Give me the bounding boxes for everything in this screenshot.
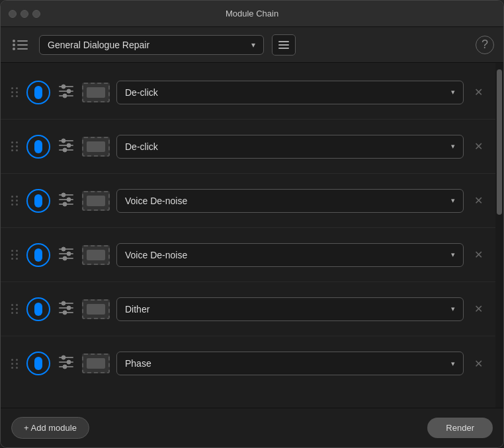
drag-handle[interactable]	[10, 357, 20, 370]
power-button[interactable]	[26, 352, 50, 375]
power-button[interactable]	[26, 135, 50, 159]
waveform-button[interactable]	[82, 299, 110, 319]
svg-point-3	[13, 40, 15, 42]
window-title: Module Chain	[226, 9, 278, 19]
sliders-icon[interactable]	[57, 191, 75, 211]
module-arrow-icon: ▾	[451, 88, 455, 96]
drag-handle[interactable]	[10, 140, 20, 153]
remove-module-button[interactable]: ✕	[470, 247, 486, 263]
sliders-icon[interactable]	[57, 137, 75, 157]
traffic-lights	[9, 10, 40, 18]
render-button[interactable]: Render	[427, 418, 493, 438]
module-arrow-icon: ▾	[451, 142, 455, 151]
power-button[interactable]	[26, 297, 50, 321]
module-name: Dither	[125, 304, 446, 315]
svg-point-7	[62, 85, 65, 89]
minimize-traffic-light[interactable]	[21, 10, 28, 18]
help-button[interactable]: ?	[476, 36, 494, 54]
module-row: De-click ▾ ✕	[1, 120, 495, 174]
close-traffic-light[interactable]	[9, 10, 17, 18]
waveform-inner	[87, 141, 105, 152]
remove-module-button[interactable]: ✕	[470, 139, 486, 155]
preset-arrow-icon: ▾	[251, 40, 255, 50]
power-button[interactable]	[26, 189, 50, 213]
toolbar: General Dialogue Repair ▾ ?	[1, 27, 503, 63]
drag-handle[interactable]	[10, 194, 20, 207]
module-select[interactable]: Voice De-noise ▾	[116, 243, 464, 267]
hamburger-icon	[278, 41, 289, 49]
scrollbar-thumb[interactable]	[497, 69, 502, 215]
module-row: Dither ▾ ✕	[1, 282, 495, 336]
svg-point-13	[62, 139, 65, 143]
menu-button[interactable]	[272, 34, 296, 56]
svg-point-5	[13, 48, 15, 50]
scrollbar-track[interactable]	[495, 63, 503, 408]
waveform-button[interactable]	[82, 83, 110, 102]
module-row: De-click ▾ ✕	[1, 65, 495, 120]
svg-point-11	[63, 94, 67, 98]
drag-handle[interactable]	[10, 248, 20, 261]
power-button-inner	[34, 357, 42, 370]
power-button-inner	[34, 303, 42, 316]
module-row: Phase ▾ ✕	[1, 336, 495, 391]
preset-label: General Dialogue Repair	[48, 40, 245, 50]
power-button-inner	[34, 194, 42, 207]
svg-point-4	[13, 44, 15, 46]
maximize-traffic-light[interactable]	[32, 10, 40, 18]
drag-handle[interactable]	[10, 86, 20, 98]
remove-module-button[interactable]: ✕	[470, 301, 486, 317]
svg-point-21	[67, 198, 71, 202]
svg-point-37	[62, 355, 65, 359]
sliders-icon[interactable]	[57, 354, 75, 373]
module-select[interactable]: De-click ▾	[116, 81, 464, 104]
drag-handle[interactable]	[10, 303, 20, 315]
module-select[interactable]: Voice De-noise ▾	[116, 189, 464, 213]
list-icon[interactable]	[10, 36, 31, 54]
waveform-button[interactable]	[82, 245, 110, 265]
module-name: De-click	[125, 141, 446, 152]
svg-point-33	[67, 306, 71, 310]
main-window: Module Chain General Dialogue Repair ▾	[0, 0, 504, 448]
svg-point-25	[62, 247, 65, 251]
module-arrow-icon: ▾	[451, 250, 455, 259]
svg-point-9	[67, 89, 71, 93]
power-button-inner	[34, 86, 42, 99]
module-arrow-icon: ▾	[451, 196, 455, 205]
module-name: De-click	[125, 87, 446, 98]
waveform-button[interactable]	[82, 137, 110, 157]
module-select[interactable]: Dither ▾	[116, 297, 464, 321]
modules-list: De-click ▾ ✕	[1, 63, 495, 408]
remove-module-button[interactable]: ✕	[470, 85, 486, 100]
module-arrow-icon: ▾	[451, 305, 455, 313]
module-row: Voice De-noise ▾ ✕	[1, 228, 495, 282]
waveform-inner	[87, 196, 105, 206]
sliders-icon[interactable]	[57, 83, 75, 102]
add-module-button[interactable]: + Add module	[11, 417, 89, 439]
sliders-icon[interactable]	[57, 299, 75, 319]
module-name: Voice De-noise	[125, 196, 446, 206]
module-select[interactable]: Phase ▾	[116, 352, 464, 375]
module-arrow-icon: ▾	[451, 359, 455, 368]
module-row: Voice De-noise ▾ ✕	[1, 174, 495, 228]
footer: + Add module Render	[1, 408, 503, 447]
waveform-button[interactable]	[82, 354, 110, 373]
svg-point-19	[62, 193, 65, 197]
preset-dropdown[interactable]: General Dialogue Repair ▾	[39, 35, 264, 55]
power-button-inner	[34, 140, 42, 153]
module-name: Voice De-noise	[125, 250, 446, 260]
waveform-inner	[87, 304, 105, 315]
power-button[interactable]	[26, 243, 50, 267]
remove-module-button[interactable]: ✕	[470, 355, 486, 371]
waveform-button[interactable]	[82, 191, 110, 211]
module-name: Phase	[125, 358, 446, 369]
svg-point-35	[63, 311, 67, 315]
power-button[interactable]	[26, 81, 50, 104]
waveform-inner	[87, 250, 105, 260]
svg-point-41	[63, 365, 67, 369]
waveform-inner	[87, 87, 105, 98]
module-select[interactable]: De-click ▾	[116, 135, 464, 159]
svg-point-15	[67, 143, 71, 147]
sliders-icon[interactable]	[57, 245, 75, 265]
svg-point-31	[62, 301, 65, 305]
remove-module-button[interactable]: ✕	[470, 193, 486, 209]
